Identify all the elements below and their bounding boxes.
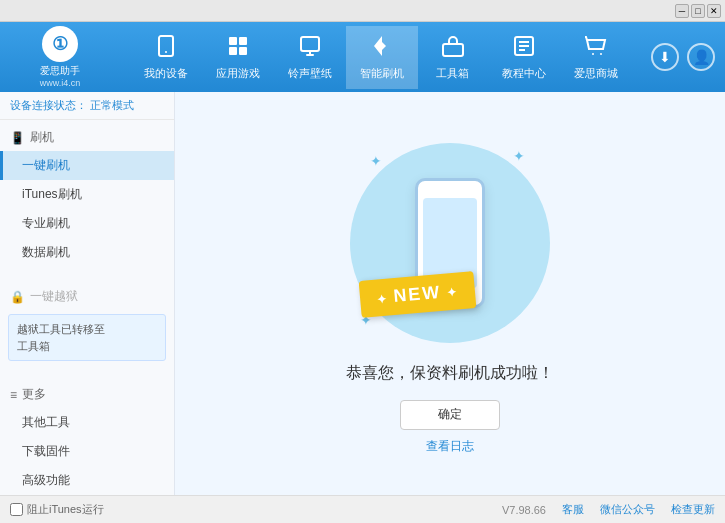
check-update-link[interactable]: 检查更新	[671, 502, 715, 517]
more-section: ≡ 更多 其他工具 下载固件 高级功能	[0, 377, 174, 495]
nav-toolbox[interactable]: 工具箱	[418, 26, 488, 89]
flash-header: 📱 刷机	[0, 124, 174, 151]
svg-rect-5	[239, 47, 247, 55]
sidebar-item-download-firmware[interactable]: 下载固件	[0, 437, 174, 466]
block-itunes-checkbox[interactable]	[10, 503, 23, 516]
svg-point-12	[592, 53, 594, 55]
sidebar-item-itunes-flash[interactable]: iTunes刷机	[0, 180, 174, 209]
success-message: 恭喜您，保资料刷机成功啦！	[346, 363, 554, 384]
sidebar-item-advanced[interactable]: 高级功能	[0, 466, 174, 495]
sidebar-item-one-click-flash[interactable]: 一键刷机	[0, 151, 174, 180]
toolbox-icon	[441, 34, 465, 63]
flash-section: 📱 刷机 一键刷机 iTunes刷机 专业刷机 数据刷机	[0, 120, 174, 271]
more-icon: ≡	[10, 388, 17, 402]
more-header: ≡ 更多	[0, 381, 174, 408]
wechat-link[interactable]: 微信公众号	[600, 502, 655, 517]
my-device-icon	[154, 34, 178, 63]
jailbreak-notice: 越狱工具已转移至工具箱	[8, 314, 166, 361]
sidebar-item-other-tools[interactable]: 其他工具	[0, 408, 174, 437]
bottom-left: 阻止iTunes运行	[10, 502, 502, 517]
help-link[interactable]: 查看日志	[426, 438, 474, 455]
minimize-button[interactable]: ─	[675, 4, 689, 18]
store-icon	[584, 34, 608, 63]
logo-icon: ①	[42, 26, 78, 62]
header: ① 爱思助手 www.i4.cn 我的设备 应用游戏 铃声壁纸	[0, 22, 725, 92]
jailbreak-header: 🔒 一键越狱	[0, 283, 174, 310]
user-button[interactable]: 👤	[687, 43, 715, 71]
version-label: V7.98.66	[502, 504, 546, 516]
smart-flash-icon	[370, 34, 394, 63]
sidebar-item-pro-flash[interactable]: 专业刷机	[0, 209, 174, 238]
content-area: ✦ ✦ ✦ NEW 恭喜您，保资料刷机成功啦！ 确定 查看日志	[175, 92, 725, 495]
nav-tutorials[interactable]: 教程中心	[488, 26, 560, 89]
ringtones-icon	[298, 34, 322, 63]
confirm-button[interactable]: 确定	[400, 400, 500, 430]
status-bar: 设备连接状态： 正常模式	[0, 92, 174, 120]
header-actions: ⬇ 👤	[651, 43, 715, 71]
sidebar: 设备连接状态： 正常模式 📱 刷机 一键刷机 iTunes刷机 专业刷机 数据刷…	[0, 92, 175, 495]
sparkle-2-icon: ✦	[513, 148, 525, 164]
logo-name: 爱思助手 www.i4.cn	[40, 64, 81, 88]
svg-rect-2	[229, 37, 237, 45]
nav-smart-flash[interactable]: 智能刷机	[346, 26, 418, 89]
svg-point-13	[600, 53, 602, 55]
main-area: 设备连接状态： 正常模式 📱 刷机 一键刷机 iTunes刷机 专业刷机 数据刷…	[0, 92, 725, 495]
bottom-bar: 阻止iTunes运行 V7.98.66 客服 微信公众号 检查更新	[0, 495, 725, 523]
close-button[interactable]: ✕	[707, 4, 721, 18]
nav-apps[interactable]: 应用游戏	[202, 26, 274, 89]
svg-rect-3	[239, 37, 247, 45]
download-button[interactable]: ⬇	[651, 43, 679, 71]
svg-rect-6	[301, 37, 319, 51]
nav-bar: 我的设备 应用游戏 铃声壁纸 智能刷机 工具箱	[110, 26, 651, 89]
lock-icon: 🔒	[10, 290, 25, 304]
title-bar: ─ □ ✕	[0, 0, 725, 22]
nav-ringtones[interactable]: 铃声壁纸	[274, 26, 346, 89]
sparkle-1-icon: ✦	[370, 153, 382, 169]
apps-icon	[226, 34, 250, 63]
jailbreak-section: 🔒 一键越狱 越狱工具已转移至工具箱	[0, 279, 174, 369]
svg-rect-4	[229, 47, 237, 55]
hero-illustration: ✦ ✦ ✦ NEW	[340, 133, 560, 353]
customer-service-link[interactable]: 客服	[562, 502, 584, 517]
nav-my-device[interactable]: 我的设备	[130, 26, 202, 89]
tutorials-icon	[512, 34, 536, 63]
flash-section-icon: 📱	[10, 131, 25, 145]
bottom-right: V7.98.66 客服 微信公众号 检查更新	[502, 502, 715, 517]
svg-rect-7	[443, 44, 463, 56]
sidebar-item-data-flash[interactable]: 数据刷机	[0, 238, 174, 267]
maximize-button[interactable]: □	[691, 4, 705, 18]
logo-area: ① 爱思助手 www.i4.cn	[10, 26, 110, 88]
nav-store[interactable]: 爱思商城	[560, 26, 632, 89]
